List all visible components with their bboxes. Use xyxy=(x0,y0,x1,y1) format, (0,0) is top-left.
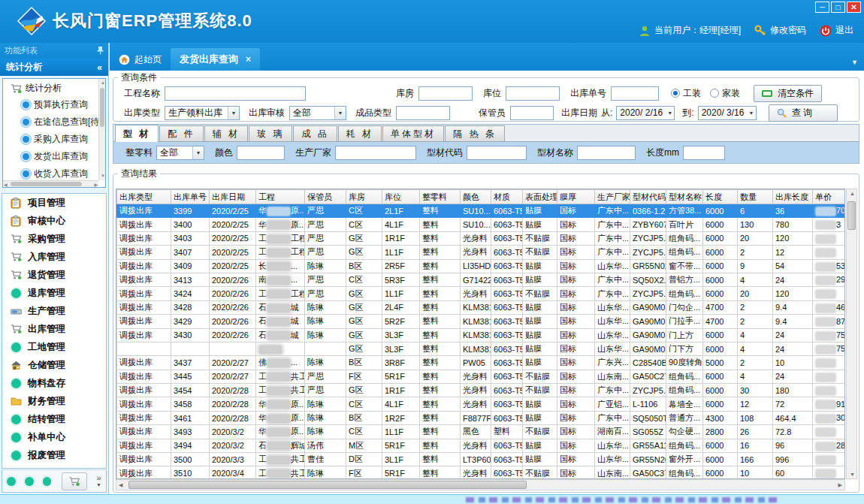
sidebar-item-11[interactable]: 财务管理 xyxy=(2,392,106,410)
sidebar-item-2[interactable]: 采购管理 xyxy=(2,230,106,248)
material-tab-6[interactable]: 单体型材 xyxy=(382,125,444,141)
warehouse-input[interactable] xyxy=(418,86,473,101)
table-row[interactable]: 调拨出库34242020/2/26工工程严思G区1L1F整料光身料6063-T5… xyxy=(117,287,846,300)
tab-shipment-query[interactable]: 发货出库查询 × xyxy=(171,48,260,71)
keeper-input[interactable] xyxy=(510,106,554,120)
product-type-input[interactable] xyxy=(396,106,450,120)
material-tab-5[interactable]: 耗 材 xyxy=(338,125,382,141)
table-row[interactable]: 调拨出库34612020/2/28华原...陈琳B区1R2F整料F8877FT6… xyxy=(117,411,846,424)
column-header-17[interactable]: 出库长度 xyxy=(773,190,813,204)
table-row[interactable]: 调拨出库34072020/2/25工工程严思G区1L1F整料光身料6063-T5… xyxy=(117,246,846,259)
maximize-button[interactable]: □ xyxy=(831,2,845,13)
length-input[interactable] xyxy=(683,146,725,160)
column-header-4[interactable]: 保管员 xyxy=(305,190,346,204)
column-header-0[interactable]: 出库类型 xyxy=(117,190,171,204)
dot-icon[interactable] xyxy=(25,477,34,486)
audit-select[interactable]: 全部 ▼ xyxy=(289,106,346,120)
table-row[interactable]: 调拨出库34372020/2/27佛...陈琳B区3R8F整料PW056063-… xyxy=(117,356,846,370)
dot-icon[interactable] xyxy=(43,477,52,486)
table-row[interactable]: G区3L3F整料KLM38176063-T5贴膜国标山东华...GA90M09.… xyxy=(117,342,846,355)
column-header-15[interactable]: 长度 xyxy=(703,190,738,204)
radio-home-decor[interactable]: 家装 xyxy=(710,87,740,100)
table-row[interactable]: 调拨出库35102020/3/4工共工程陈琳F区5R1F整料光身料6063-T5… xyxy=(117,466,846,479)
column-header-3[interactable]: 工程 xyxy=(256,190,305,204)
tree-item-3[interactable]: 发货出库查询 xyxy=(3,148,105,165)
column-header-18[interactable]: 单价 xyxy=(813,190,846,204)
profile-name-input[interactable] xyxy=(577,146,636,160)
tree-vertical-scrollbar[interactable]: ▲ ▼ xyxy=(98,79,105,180)
tree-item-1[interactable]: 在途信息查询[待 xyxy=(3,113,105,131)
sidebar-item-14[interactable]: 报废管理 xyxy=(2,446,106,464)
clear-conditions-button[interactable]: 清空条件 xyxy=(754,85,822,102)
column-header-2[interactable]: 出库日期 xyxy=(210,190,256,204)
manufacturer-input[interactable] xyxy=(335,146,416,160)
material-tab-1[interactable]: 配 件 xyxy=(159,125,203,141)
column-header-5[interactable]: 库房 xyxy=(346,190,382,204)
grid-vertical-scrollbar[interactable]: ▲ ▼ xyxy=(846,189,857,479)
sidebar-item-0[interactable]: 项目管理 xyxy=(2,194,106,212)
column-header-6[interactable]: 库位 xyxy=(382,190,420,204)
column-header-16[interactable]: 数量 xyxy=(738,190,773,204)
logout-button[interactable]: 退出 xyxy=(820,24,853,37)
table-row[interactable]: 调拨出库34542020/2/28工共工程严思G区1R1F整料光身料6063-T… xyxy=(117,384,846,397)
sidebar-item-3[interactable]: 入库管理 xyxy=(2,248,106,266)
material-tab-4[interactable]: 成 品 xyxy=(293,125,337,141)
sidebar-item-7[interactable]: 出库管理 xyxy=(2,320,106,338)
tree-root-statistics[interactable]: 统计分析 xyxy=(3,79,105,96)
grid-horizontal-scrollbar[interactable]: ◀ ▶ xyxy=(116,479,845,490)
tree-item-0[interactable]: 预算执行查询 xyxy=(3,96,105,113)
out-type-select[interactable]: 生产领料出库 ▼ xyxy=(165,106,240,120)
tab-overflow-icon[interactable]: ▼ xyxy=(851,59,864,71)
table-row[interactable]: 调拨出库34092020/2/25长...陈琳B区2R5F整料LI35HD606… xyxy=(117,259,846,273)
sidebar-item-4[interactable]: 退货管理 xyxy=(2,266,106,284)
table-row[interactable]: 调拨出库33992020/2/25华原...严思C区2L1F整料SU10...6… xyxy=(117,204,846,218)
table-row[interactable]: 调拨出库35002020/3/3工共工程曹佳D区3L1F整料LT3P606063… xyxy=(117,453,846,466)
material-tab-3[interactable]: 玻 璃 xyxy=(249,125,292,141)
table-row[interactable]: 调拨出库34932020/3/2华原...陈琳C区1L1F整料黑色塑料不贴膜国标… xyxy=(117,425,846,439)
panel-statistics[interactable]: 统计分析 « xyxy=(0,59,108,76)
project-name-input[interactable] xyxy=(165,86,306,101)
table-row[interactable]: 调拨出库34002020/2/25华原...严思C区4L1F整料SU10...6… xyxy=(117,218,846,231)
tab-close-icon[interactable]: × xyxy=(246,54,251,65)
date-from-picker[interactable]: 2020/ 2/16 ▼ xyxy=(616,106,675,120)
dot-icon[interactable] xyxy=(7,477,16,486)
sidebar-item-6[interactable]: 生产管理 xyxy=(2,302,106,320)
column-header-11[interactable]: 膜厚 xyxy=(557,190,595,204)
sidebar-item-1[interactable]: 审核中心 xyxy=(2,212,106,230)
material-tab-2[interactable]: 辅 材 xyxy=(204,125,248,141)
whole-piece-select[interactable]: 全部 ▼ xyxy=(156,146,204,160)
column-header-9[interactable]: 材质 xyxy=(491,190,523,204)
sidebar-item-10[interactable]: 物料盘存 xyxy=(2,374,106,392)
minimize-button[interactable]: ─ xyxy=(815,2,829,13)
table-row[interactable]: 调拨出库34292020/2/26石城陈琳G区5R2F整料KLM38176063… xyxy=(117,315,846,328)
column-header-10[interactable]: 表面处理 xyxy=(523,190,557,204)
close-button[interactable]: ✕ xyxy=(847,2,861,13)
material-tab-7[interactable]: 隔 热 条 xyxy=(445,125,505,141)
sidebar-item-12[interactable]: 结转管理 xyxy=(2,410,106,428)
column-header-8[interactable]: 颜色 xyxy=(461,190,491,204)
change-password-button[interactable]: 修改密码 xyxy=(754,24,806,37)
column-header-12[interactable]: 生产厂家 xyxy=(595,190,630,204)
tree-horizontal-scrollbar[interactable]: ◀ ▶ xyxy=(3,180,98,187)
search-button[interactable]: 查 询 xyxy=(769,104,838,122)
tree-item-2[interactable]: 采购入库查询 xyxy=(3,131,105,148)
column-header-7[interactable]: 整零料 xyxy=(420,190,461,204)
location-input[interactable] xyxy=(506,86,560,101)
order-no-input[interactable] xyxy=(611,86,659,101)
radio-work-clothes[interactable]: 工装 xyxy=(671,87,701,100)
table-row[interactable]: 调拨出库34032020/2/25工工程严思G区1R1F整料光身料6063-T5… xyxy=(117,231,846,245)
column-header-1[interactable]: 出库单号 xyxy=(171,190,210,204)
material-tab-0[interactable]: 型 材 xyxy=(115,125,159,142)
date-to-picker[interactable]: 2020/ 3/16 ▼ xyxy=(698,106,757,120)
sidebar-overflow-button[interactable]: » ▼ xyxy=(96,475,101,488)
table-row[interactable]: 调拨出库34452020/2/27工共工程严思F区5R1F整料光身料6063-T… xyxy=(117,370,846,383)
table-row[interactable]: 调拨出库34942020/3/2石辉城汤伟M区5R1F整料光身料6063-T5贴… xyxy=(117,439,846,452)
table-row[interactable]: 调拨出库34132020/2/26南...严思C区5R3F整料G71422606… xyxy=(117,273,846,286)
pin-icon[interactable] xyxy=(97,47,104,55)
tab-home[interactable]: 起始页 xyxy=(110,48,171,71)
collapse-icon[interactable]: « xyxy=(97,62,102,73)
column-header-14[interactable]: 型材名称 xyxy=(666,190,703,204)
profile-code-input[interactable] xyxy=(467,146,527,160)
sidebar-item-5[interactable]: 退库管理 xyxy=(2,284,106,302)
color-input[interactable] xyxy=(237,146,285,160)
